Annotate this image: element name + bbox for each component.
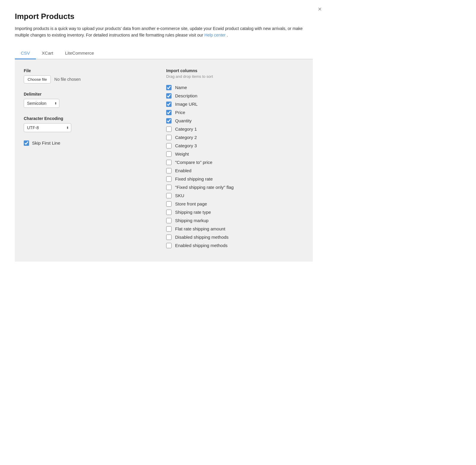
column-label-sku[interactable]: SKU [175, 193, 184, 198]
column-checkbox-shipping_rate_type[interactable] [166, 210, 172, 215]
encoding-select[interactable]: UTF-8 ISO-8859-1 Windows-1252 [24, 123, 71, 132]
column-checkbox-fixed_shipping_flag[interactable] [166, 185, 172, 190]
column-label-name[interactable]: Name [175, 85, 187, 90]
column-item: Image URL [166, 100, 304, 108]
column-label-category2[interactable]: Category 2 [175, 135, 197, 140]
column-checkbox-fixed_shipping_rate[interactable] [166, 176, 172, 182]
column-checkbox-image_url[interactable] [166, 102, 172, 107]
column-checkbox-flat_rate_shipping[interactable] [166, 226, 172, 232]
tab-xcart[interactable]: XCart [36, 48, 59, 59]
column-label-shipping_rate_type[interactable]: Shipping rate type [175, 210, 211, 215]
column-label-enabled[interactable]: Enabled [175, 168, 191, 173]
column-checkbox-category2[interactable] [166, 135, 172, 140]
column-item: Category 1 [166, 125, 304, 133]
column-label-category3[interactable]: Category 3 [175, 143, 197, 148]
column-item: Shipping markup [166, 216, 304, 225]
column-item: Category 2 [166, 133, 304, 142]
column-item: Price [166, 108, 304, 117]
column-checkbox-category3[interactable] [166, 143, 172, 148]
column-checkbox-enabled_shipping[interactable] [166, 243, 172, 248]
choose-file-button[interactable]: Choose file [24, 75, 51, 83]
delimiter-select-wrapper: Semicolon Comma Tab Pipe ⬍ [24, 99, 59, 108]
column-checkbox-sku[interactable] [166, 193, 172, 198]
column-item: "Compare to" price [166, 158, 304, 167]
column-label-description[interactable]: Description [175, 93, 197, 98]
column-checkbox-store_front_page[interactable] [166, 201, 172, 207]
column-item: SKU [166, 192, 304, 200]
column-label-store_front_page[interactable]: Store front page [175, 201, 207, 206]
column-item: Enabled [166, 167, 304, 175]
right-panel: Import columns Drag and drop items to so… [166, 68, 304, 250]
column-checkbox-disabled_shipping[interactable] [166, 235, 172, 240]
column-item: Flat rate shipping amount [166, 225, 304, 233]
csv-tab-content: File Choose file No file chosen Delimite… [15, 59, 313, 262]
drag-hint: Drag and drop items to sort [166, 74, 304, 79]
column-checkbox-compare_price[interactable] [166, 160, 172, 165]
column-checkbox-quantity[interactable] [166, 118, 172, 124]
column-label-weight[interactable]: Weight [175, 151, 189, 156]
column-list: NameDescriptionImage URLPriceQuantityCat… [166, 83, 304, 250]
no-file-text: No file chosen [54, 77, 81, 82]
column-item: Description [166, 92, 304, 100]
column-label-enabled_shipping[interactable]: Enabled shipping methods [175, 243, 228, 248]
column-item: Quantity [166, 117, 304, 125]
column-item: Disabled shipping methods [166, 233, 304, 241]
column-checkbox-price[interactable] [166, 110, 172, 115]
encoding-section: Character Encoding UTF-8 ISO-8859-1 Wind… [24, 116, 148, 132]
tab-csv[interactable]: CSV [15, 48, 36, 59]
column-checkbox-shipping_markup[interactable] [166, 218, 172, 223]
left-panel: File Choose file No file chosen Delimite… [24, 68, 148, 250]
import-products-modal: × Import Products Importing products is … [0, 0, 328, 317]
delimiter-label: Delimiter [24, 92, 148, 97]
column-item: Name [166, 83, 304, 92]
column-label-image_url[interactable]: Image URL [175, 102, 198, 107]
file-label: File [24, 68, 148, 73]
skip-first-line-checkbox[interactable] [24, 140, 29, 146]
file-section: File Choose file No file chosen [24, 68, 148, 83]
help-center-link[interactable]: Help center [204, 33, 226, 37]
import-columns-title: Import columns [166, 68, 304, 73]
column-item: Fixed shipping rate [166, 175, 304, 183]
column-checkbox-weight[interactable] [166, 151, 172, 157]
column-item: Weight [166, 150, 304, 158]
column-label-compare_price[interactable]: "Compare to" price [175, 160, 212, 165]
column-label-flat_rate_shipping[interactable]: Flat rate shipping amount [175, 226, 225, 231]
modal-title: Import Products [15, 12, 313, 21]
column-item: Store front page [166, 200, 304, 208]
tab-litecommerce[interactable]: LiteCommerce [59, 48, 100, 59]
column-label-disabled_shipping[interactable]: Disabled shipping methods [175, 235, 229, 240]
column-item: "Fixed shipping rate only" flag [166, 183, 304, 192]
skip-first-line-section: Skip First Line [24, 140, 148, 146]
close-button[interactable]: × [318, 6, 322, 12]
column-label-category1[interactable]: Category 1 [175, 126, 197, 132]
column-checkbox-name[interactable] [166, 85, 172, 90]
column-label-fixed_shipping_rate[interactable]: Fixed shipping rate [175, 176, 213, 181]
column-label-fixed_shipping_flag[interactable]: "Fixed shipping rate only" flag [175, 185, 234, 190]
column-item: Shipping rate type [166, 208, 304, 216]
column-checkbox-description[interactable] [166, 93, 172, 99]
column-label-price[interactable]: Price [175, 110, 185, 115]
tab-bar: CSV XCart LiteCommerce [15, 48, 313, 59]
encoding-label: Character Encoding [24, 116, 148, 121]
column-item: Enabled shipping methods [166, 241, 304, 250]
delimiter-section: Delimiter Semicolon Comma Tab Pipe ⬍ [24, 92, 148, 108]
file-row: Choose file No file chosen [24, 75, 148, 83]
column-item: Category 3 [166, 142, 304, 150]
modal-description: Importing products is a quick way to upl… [15, 25, 312, 39]
delimiter-select[interactable]: Semicolon Comma Tab Pipe [24, 99, 59, 108]
column-checkbox-category1[interactable] [166, 126, 172, 132]
column-checkbox-enabled[interactable] [166, 168, 172, 173]
column-label-quantity[interactable]: Quantity [175, 118, 192, 123]
encoding-select-wrapper: UTF-8 ISO-8859-1 Windows-1252 ⬍ [24, 123, 71, 132]
skip-first-line-label[interactable]: Skip First Line [32, 140, 60, 145]
column-label-shipping_markup[interactable]: Shipping markup [175, 218, 209, 223]
